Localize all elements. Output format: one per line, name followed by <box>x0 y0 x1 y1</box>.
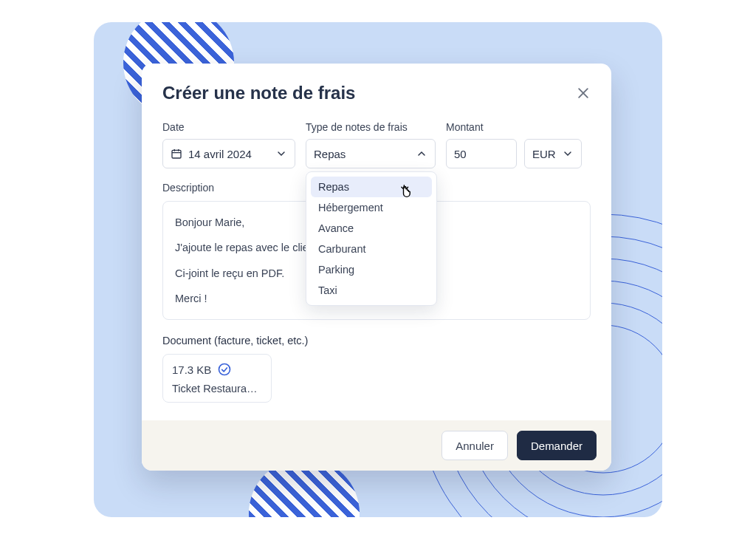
document-label: Document (facture, ticket, etc.) <box>162 335 591 346</box>
type-field: Type de notes de frais Repas Repas Héber… <box>306 121 436 168</box>
modal-title: Créer une note de frais <box>162 83 355 103</box>
document-size: 17.3 KB <box>172 363 211 376</box>
date-input[interactable]: 14 avril 2024 <box>162 139 295 168</box>
expense-modal: Créer une note de frais Date 14 avril 20… <box>142 64 611 471</box>
chevron-up-icon <box>416 148 427 160</box>
amount-value: 50 <box>454 148 509 160</box>
submit-button-label: Demander <box>531 440 583 452</box>
document-chip[interactable]: 17.3 KB Ticket Restaura… <box>162 354 272 403</box>
date-label: Date <box>162 121 295 133</box>
svg-rect-8 <box>172 150 181 158</box>
type-option-avance[interactable]: Avance <box>311 218 432 239</box>
type-select[interactable]: Repas <box>306 139 436 168</box>
type-label: Type de notes de frais <box>306 121 436 133</box>
amount-input[interactable]: 50 <box>446 139 517 168</box>
stage: Créer une note de frais Date 14 avril 20… <box>94 22 662 517</box>
date-field: Date 14 avril 2024 <box>162 121 295 168</box>
chevron-down-icon <box>275 148 287 160</box>
close-icon[interactable] <box>576 86 591 100</box>
modal-footer: Annuler Demander <box>142 420 611 471</box>
pointer-cursor-icon <box>396 183 416 204</box>
amount-field-group: Montant 50 EUR <box>446 121 582 168</box>
cancel-button[interactable]: Annuler <box>441 431 508 460</box>
currency-select[interactable]: EUR <box>524 139 582 168</box>
type-dropdown: Repas Hébergement Avance Carburant Parki… <box>306 171 437 306</box>
type-value: Repas <box>314 148 410 160</box>
type-option-carburant[interactable]: Carburant <box>311 239 432 259</box>
check-circle-icon <box>217 362 232 377</box>
chevron-down-icon <box>562 148 574 160</box>
calendar-icon <box>171 148 182 160</box>
cancel-button-label: Annuler <box>456 440 494 452</box>
document-name: Ticket Restaura… <box>172 383 262 395</box>
svg-point-12 <box>219 364 230 375</box>
type-option-parking[interactable]: Parking <box>311 259 432 280</box>
submit-button[interactable]: Demander <box>517 431 597 460</box>
date-value: 14 avril 2024 <box>188 148 269 160</box>
currency-value: EUR <box>532 148 556 160</box>
amount-label: Montant <box>446 121 582 133</box>
type-option-taxi[interactable]: Taxi <box>311 280 432 301</box>
